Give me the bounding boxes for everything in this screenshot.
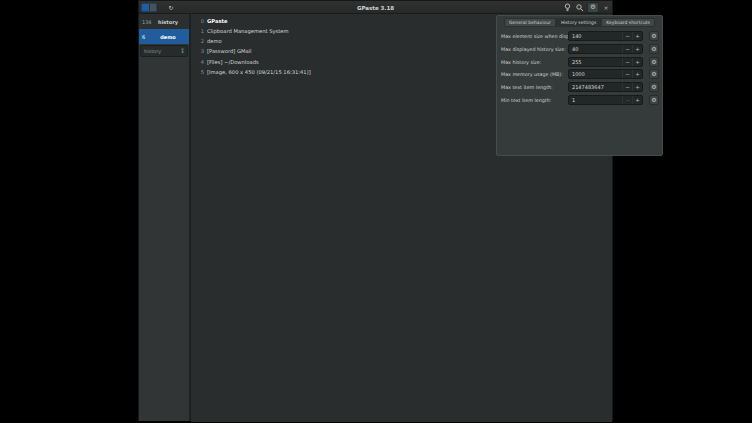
new-history-entry[interactable]: history ↧ [140, 45, 188, 57]
spinbutton[interactable]: 255 − + [568, 57, 643, 67]
about-button[interactable] [561, 2, 573, 13]
gpaste-window: ↻ GPaste 3.18 ⚙ × [138, 0, 613, 421]
setting-row-min-text-length: Min text item length: 1 − + ⚙ [497, 95, 662, 106]
plus-icon[interactable]: + [632, 45, 642, 53]
setting-label: Min text item length: [501, 98, 551, 103]
item-index: 1 [198, 28, 204, 34]
history-name: demo [153, 34, 189, 40]
reset-button[interactable]: ⚙ [649, 69, 659, 79]
setting-row-max-text-length: Max text item length: 2147483647 − + ⚙ [497, 82, 662, 93]
clipboard-item-list: 0 GPaste 1 Clipboard Management System 2… [191, 14, 612, 422]
search-icon [576, 4, 584, 12]
spin-value: 1 [569, 97, 622, 103]
sidebar-item-history[interactable]: 134 history [139, 14, 189, 29]
minus-icon[interactable]: − [622, 32, 632, 40]
close-button[interactable]: × [601, 2, 611, 13]
gear-settings-icon: ⚙ [590, 4, 596, 11]
plus-icon[interactable]: + [632, 83, 642, 91]
spinbutton[interactable]: 1000 − + [568, 69, 643, 79]
item-text: [Password] GMail [207, 48, 251, 54]
setting-row-max-displayed-history: Max displayed history size: 40 − + ⚙ [497, 44, 662, 55]
window-title: GPaste 3.18 [139, 1, 612, 14]
reset-button[interactable]: ⚙ [649, 95, 659, 105]
spin-value: 140 [569, 33, 622, 39]
item-text: [Image, 600 x 450 (09/21/15 16:31:41)] [207, 69, 311, 75]
item-text: Clipboard Management System [207, 28, 289, 34]
spinbutton[interactable]: 140 − + [568, 31, 643, 41]
header-bar: ↻ GPaste 3.18 ⚙ × [139, 1, 612, 14]
spin-value: 40 [569, 46, 622, 52]
minus-icon[interactable]: − [622, 96, 632, 104]
item-text: demo [207, 38, 222, 44]
item-text: GPaste [207, 18, 228, 24]
close-icon: × [603, 5, 608, 11]
history-name: history [153, 19, 189, 25]
new-history-value: history [141, 48, 178, 54]
spinbutton[interactable]: 40 − + [568, 44, 643, 54]
desktop-background: ↻ GPaste 3.18 ⚙ × [0, 0, 752, 423]
search-button[interactable] [574, 2, 586, 13]
setting-label: Max history size: [501, 60, 541, 65]
minus-icon[interactable]: − [622, 45, 632, 53]
setting-label: Max displayed history size: [501, 47, 566, 52]
minus-icon[interactable]: − [622, 70, 632, 78]
bulb-about-icon [564, 3, 571, 12]
item-text: [Files] ~/Downloads [207, 59, 259, 65]
spin-value: 1000 [569, 71, 622, 77]
item-index: 3 [198, 48, 204, 54]
reset-button[interactable]: ⚙ [649, 44, 659, 54]
setting-label: Max memory usage (MB): [501, 72, 563, 77]
setting-row-max-element-size: Max element size when displaying: 140 − … [497, 31, 662, 42]
reset-gear-icon: ⚙ [651, 59, 656, 65]
spin-value: 255 [569, 59, 622, 65]
reset-gear-icon: ⚙ [651, 71, 656, 77]
reset-button[interactable]: ⚙ [649, 82, 659, 92]
reset-button[interactable]: ⚙ [649, 31, 659, 41]
settings-tabs: General behaviour History settings Keybo… [497, 18, 662, 28]
reset-gear-icon: ⚙ [651, 84, 656, 90]
reset-button[interactable]: ⚙ [649, 57, 659, 67]
settings-button[interactable]: ⚙ [587, 2, 599, 13]
item-index: 4 [198, 59, 204, 65]
plus-icon[interactable]: + [632, 58, 642, 66]
spinbutton[interactable]: 1 − + [568, 95, 643, 105]
item-index: 2 [198, 38, 204, 44]
sidebar-item-demo[interactable]: 6 demo [139, 29, 189, 44]
history-count: 134 [139, 19, 153, 25]
spinbutton[interactable]: 2147483647 − + [568, 82, 643, 92]
spin-value: 2147483647 [569, 84, 622, 90]
setting-label: Max text item length: [501, 85, 553, 90]
reset-gear-icon: ⚙ [651, 46, 656, 52]
reset-gear-icon: ⚙ [651, 97, 656, 103]
history-count: 6 [139, 34, 153, 40]
minus-icon[interactable]: − [622, 58, 632, 66]
plus-icon[interactable]: + [632, 32, 642, 40]
tab-general-behaviour[interactable]: General behaviour [504, 18, 556, 27]
item-index: 5 [198, 69, 204, 75]
setting-row-max-memory-usage: Max memory usage (MB): 1000 − + ⚙ [497, 69, 662, 80]
reset-gear-icon: ⚙ [651, 33, 656, 39]
item-index: 0 [198, 18, 204, 24]
tab-keyboard-shortcuts[interactable]: Keyboard shortcuts [601, 18, 655, 27]
settings-panel: General behaviour History settings Keybo… [496, 15, 663, 156]
tab-history-settings[interactable]: History settings [556, 18, 601, 27]
histories-sidebar: 134 history 6 demo history ↧ [139, 14, 189, 421]
setting-row-max-history-size: Max history size: 255 − + ⚙ [497, 57, 662, 68]
plus-icon[interactable]: + [632, 70, 642, 78]
enter-arrow-icon: ↧ [178, 48, 187, 54]
minus-icon[interactable]: − [622, 83, 632, 91]
plus-icon[interactable]: + [632, 96, 642, 104]
